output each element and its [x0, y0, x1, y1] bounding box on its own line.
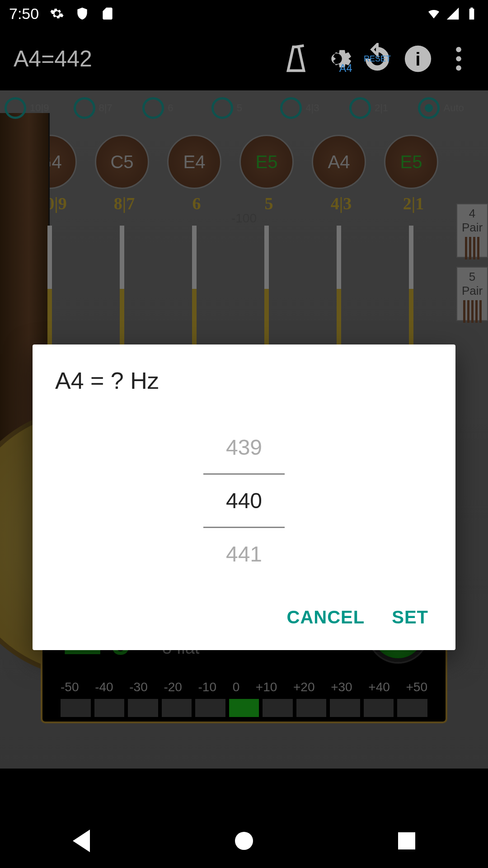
app-bar: A4=442 A4 RESET i: [0, 27, 488, 90]
svg-text:A4: A4: [339, 62, 352, 74]
status-bar: 7:50: [0, 0, 488, 27]
picker-value-current[interactable]: 440: [203, 473, 285, 528]
svg-point-4: [456, 56, 461, 61]
appbar-a4-value[interactable]: A4=442: [14, 46, 271, 72]
set-button[interactable]: SET: [392, 607, 428, 627]
picker-value-prev[interactable]: 439: [203, 421, 285, 473]
cancel-button[interactable]: CANCEL: [287, 607, 365, 627]
reset-label: RESET: [364, 54, 391, 64]
svg-point-5: [456, 66, 461, 71]
signal-icon: [446, 6, 460, 21]
wifi-icon: [427, 6, 441, 21]
info-icon[interactable]: i: [402, 43, 434, 75]
metronome-icon[interactable]: [280, 43, 312, 75]
settings-a4-icon[interactable]: A4: [321, 43, 352, 75]
nav-back-icon[interactable]: [73, 830, 90, 852]
reset-icon[interactable]: RESET: [361, 43, 393, 75]
nav-recents-icon[interactable]: [398, 832, 415, 849]
sd-card-icon: [100, 6, 115, 21]
shield-icon: [75, 6, 89, 21]
gear-icon: [50, 6, 64, 21]
more-icon[interactable]: [443, 43, 474, 75]
tuner-screen: 10|9 8|7 6 5 4|3 2|1 Auto G4 C5 E4 E5 A4…: [0, 90, 488, 769]
frequency-number-picker[interactable]: 439 440 441: [55, 412, 433, 598]
svg-point-3: [456, 47, 461, 52]
a4-frequency-dialog: A4 = ? Hz 439 440 441 CANCEL SET: [33, 344, 455, 650]
picker-value-next[interactable]: 441: [203, 528, 285, 580]
svg-text:i: i: [415, 49, 420, 70]
statusbar-time: 7:50: [9, 5, 39, 23]
android-nav-bar: [0, 814, 488, 868]
dialog-title: A4 = ? Hz: [55, 367, 433, 394]
battery-icon: [465, 6, 479, 21]
nav-home-icon[interactable]: [235, 832, 253, 850]
